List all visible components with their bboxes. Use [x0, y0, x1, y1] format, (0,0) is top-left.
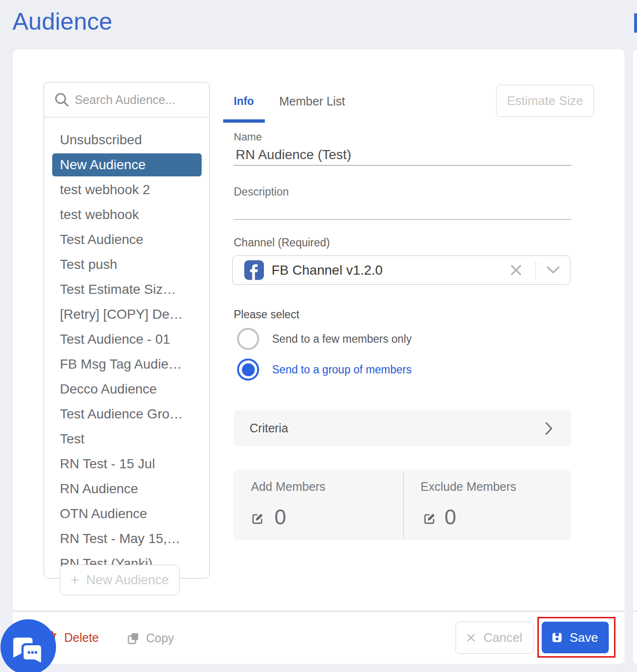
audience-list-item[interactable]: RN Test - May 15,…	[44, 526, 209, 551]
audience-list-item-label: Test Audience Gro…	[60, 406, 183, 422]
audience-list-item-label: FB Msg Tag Audie…	[60, 357, 182, 372]
copy-icon	[127, 632, 139, 645]
facebook-icon	[244, 260, 264, 280]
tab-member-list[interactable]: Member List	[279, 94, 345, 108]
audience-list-item-label: Test Audience	[60, 232, 143, 247]
add-members-label: Add Members	[251, 480, 326, 494]
radio-send-few[interactable]: Send to a few members only	[237, 328, 411, 350]
search-icon	[54, 92, 69, 107]
audience-list-item[interactable]: test webhook 2	[44, 177, 209, 202]
criteria-panel[interactable]: Criteria	[234, 410, 571, 446]
channel-value: FB Channel v1.2.0	[272, 263, 383, 278]
radio-dot	[242, 363, 255, 376]
close-icon	[467, 634, 475, 642]
audience-list-item[interactable]: Test Estimate Siz…	[44, 277, 209, 302]
add-members-count: 0	[274, 507, 286, 528]
radio-send-group[interactable]: Send to a group of members	[237, 359, 412, 381]
audience-list-item[interactable]: Test Audience	[44, 227, 209, 252]
clipped-side-card	[633, 49, 637, 664]
audience-list-item[interactable]: Unsubscribed	[44, 127, 209, 152]
audience-list-item[interactable]: Test Audience Gro…	[44, 402, 209, 427]
add-members-cell: Add Members 0	[233, 470, 403, 540]
audience-list-item-label: Test Estimate Siz…	[60, 282, 176, 297]
tab-info[interactable]: Info	[234, 94, 254, 108]
audience-list-item-label: Test	[60, 431, 84, 447]
audience-list-item-label: test webhook 2	[60, 182, 150, 197]
description-input[interactable]	[234, 200, 571, 220]
radio-selected-icon[interactable]	[237, 359, 259, 381]
new-audience-button[interactable]: + New Audience	[60, 565, 180, 595]
audience-list-item-label: Test Audience - 01	[60, 332, 170, 347]
audience-list-item-label: OTN Audience	[60, 506, 147, 521]
audience-list-item[interactable]: OTN Audience	[44, 501, 209, 526]
audience-list-item[interactable]: [Retry] [COPY] De…	[44, 302, 209, 327]
description-label: Description	[234, 185, 289, 198]
criteria-label: Criteria	[250, 421, 288, 435]
audience-list-item[interactable]: FB Msg Tag Audie…	[44, 352, 209, 377]
divider	[535, 261, 536, 279]
audience-card: Unsubscribed New Audience test webhook 2…	[13, 49, 625, 664]
audience-list-item-label: Unsubscribed	[60, 132, 142, 148]
audience-list-item[interactable]: Test Audience - 01	[44, 327, 209, 352]
save-button[interactable]: Save	[542, 622, 609, 653]
cancel-label: Cancel	[484, 630, 523, 645]
audience-list-item-label: RN Test - 15 Jul	[60, 456, 155, 472]
please-select-label: Please select	[234, 308, 299, 321]
channel-label: Channel (Required)	[234, 236, 330, 249]
chevron-down-icon[interactable]	[546, 266, 560, 275]
audience-list-item[interactable]: Decco Audience	[44, 377, 209, 402]
footer-divider	[13, 611, 625, 612]
save-icon	[552, 633, 562, 642]
divider	[633, 611, 637, 612]
audience-list-item-label: New Audience	[60, 157, 146, 173]
exclude-members-label: Exclude Members	[421, 480, 516, 494]
clear-icon[interactable]	[510, 264, 523, 277]
active-tab-underline	[223, 119, 265, 123]
radio-send-few-label: Send to a few members only	[272, 333, 411, 346]
copy-label: Copy	[146, 631, 174, 645]
edit-icon[interactable]	[423, 512, 436, 525]
exclude-members-edit[interactable]	[423, 512, 436, 527]
copy-button[interactable]: Copy	[127, 631, 174, 645]
edit-icon[interactable]	[251, 512, 264, 525]
delete-label: Delete	[64, 631, 99, 645]
page-title: Audience	[12, 8, 113, 35]
new-audience-button-label: New Audience	[86, 573, 169, 588]
audience-list-item[interactable]: RN Test - 15 Jul	[44, 452, 209, 476]
audience-list-item[interactable]: New Audience	[52, 153, 202, 176]
audience-list-item-label: Decco Audience	[60, 382, 157, 397]
audience-list: Unsubscribed New Audience test webhook 2…	[44, 117, 209, 576]
audience-list-item[interactable]: Test push	[44, 252, 209, 277]
audience-list-panel: Unsubscribed New Audience test webhook 2…	[44, 82, 210, 579]
exclude-members-count: 0	[444, 507, 456, 528]
search-box	[44, 82, 209, 117]
name-label: Name	[234, 131, 262, 143]
name-input[interactable]: RN Audience (Test)	[234, 144, 571, 166]
clipped-title-fragment	[634, 13, 637, 33]
audience-list-item-label: [Retry] [COPY] De…	[60, 307, 183, 322]
audience-list-item-label: test webhook	[60, 207, 139, 222]
audience-list-item[interactable]: test webhook	[44, 202, 209, 227]
chat-bubbles-icon	[0, 619, 56, 672]
channel-select[interactable]: FB Channel v1.2.0	[232, 255, 570, 285]
audience-list-item-label: RN Audience	[60, 481, 138, 497]
search-input[interactable]	[75, 93, 209, 107]
cancel-button[interactable]: Cancel	[455, 622, 534, 654]
estimate-size-button[interactable]: Estimate Size	[496, 85, 594, 117]
audience-list-item-label: RN Test - May 15,…	[60, 531, 181, 546]
save-label: Save	[569, 630, 598, 645]
chevron-right-icon	[545, 421, 553, 436]
channel-controls	[510, 261, 561, 279]
audience-list-item[interactable]: RN Audience	[44, 476, 209, 501]
exclude-members-cell: Exclude Members 0	[403, 470, 571, 540]
audience-list-item-label: Test push	[60, 257, 117, 272]
radio-send-group-label: Send to a group of members	[272, 363, 412, 376]
plus-icon: +	[70, 573, 79, 587]
add-members-edit[interactable]	[251, 512, 264, 527]
audience-list-item[interactable]: Test	[44, 427, 209, 452]
members-panel: Add Members 0 Exclude Members 0	[233, 470, 571, 540]
chat-widget-button[interactable]	[0, 619, 56, 672]
radio-unselected-icon[interactable]	[237, 328, 259, 350]
